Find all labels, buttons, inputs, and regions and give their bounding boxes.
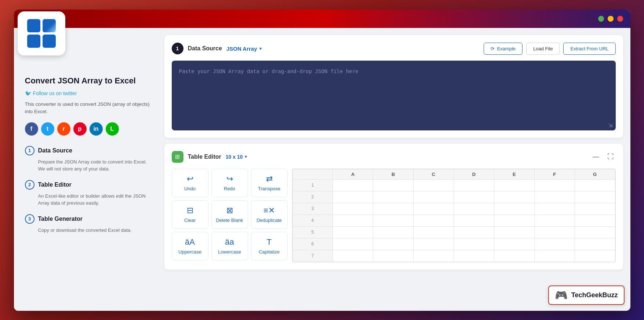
cell-B6[interactable]: [373, 238, 414, 250]
table-row: 7: [292, 250, 615, 262]
row-number-1: 1: [292, 179, 333, 191]
cell-C3[interactable]: [414, 203, 454, 215]
cell-A7[interactable]: [333, 250, 373, 262]
social-icon-reddit[interactable]: r: [57, 122, 70, 136]
cell-D6[interactable]: [454, 238, 494, 250]
cell-D7[interactable]: [454, 250, 494, 262]
cell-A2[interactable]: [333, 191, 373, 203]
cell-C6[interactable]: [414, 238, 454, 250]
cell-F6[interactable]: [534, 238, 575, 250]
uppercase-icon: äA: [185, 237, 195, 247]
redo-button[interactable]: ↪ Redo: [211, 169, 248, 197]
cell-E6[interactable]: [494, 238, 534, 250]
cell-A1[interactable]: [333, 179, 373, 191]
lowercase-button[interactable]: äa Lowercase: [211, 232, 248, 260]
sidebar: Convert JSON Array to Excel 🐦 Follow us …: [14, 28, 161, 311]
cell-E5[interactable]: [494, 226, 534, 238]
cell-C1[interactable]: [414, 179, 454, 191]
data-source-card: 1 Data Source JSON Array ▾ ⟳ Example: [164, 35, 623, 138]
social-icon-facebook[interactable]: f: [25, 122, 38, 136]
uppercase-button[interactable]: äA Uppercase: [172, 232, 208, 260]
cell-B7[interactable]: [373, 250, 414, 262]
col-header-E: E: [494, 169, 534, 179]
cell-E1[interactable]: [494, 179, 534, 191]
extract-from-url-button[interactable]: Extract From URL: [563, 43, 615, 55]
step-3-desc: Copy or download the converted Excel dat…: [25, 227, 150, 234]
cell-D3[interactable]: [454, 203, 494, 215]
json-input-area[interactable]: Paste your JSON Array data or drag-and-d…: [172, 61, 616, 130]
watermark: 🎮 TechGeekBuzz: [548, 285, 625, 305]
cell-G6[interactable]: [575, 238, 615, 250]
cell-C4[interactable]: [414, 215, 454, 226]
cell-C5[interactable]: [414, 226, 454, 238]
load-file-button[interactable]: Load File: [526, 43, 560, 55]
step-1-desc: Prepare the JSON Array code to convert i…: [25, 158, 150, 173]
delete-blank-button[interactable]: ⊠ Delete Blank: [211, 200, 248, 229]
cell-E3[interactable]: [494, 203, 534, 215]
cell-G4[interactable]: [575, 215, 615, 226]
red-light[interactable]: [617, 16, 623, 22]
yellow-light[interactable]: [608, 16, 614, 22]
cell-F4[interactable]: [534, 215, 575, 226]
cell-G2[interactable]: [575, 191, 615, 203]
main-content: 1 Data Source JSON Array ▾ ⟳ Example: [161, 28, 630, 311]
cell-F3[interactable]: [534, 203, 575, 215]
clear-button[interactable]: ⊟ Clear: [172, 200, 208, 229]
cell-E7[interactable]: [494, 250, 534, 262]
cell-D1[interactable]: [454, 179, 494, 191]
cell-F2[interactable]: [534, 191, 575, 203]
table-row: 2: [292, 191, 615, 203]
cell-B4[interactable]: [373, 215, 414, 226]
cell-G5[interactable]: [575, 226, 615, 238]
cell-C7[interactable]: [414, 250, 454, 262]
cell-F1[interactable]: [534, 179, 575, 191]
cell-D4[interactable]: [454, 215, 494, 226]
data-source-step-icon: 1: [172, 43, 183, 54]
spreadsheet-wrapper: A B C D E F G: [292, 169, 616, 262]
table-editor-body: ↩ Undo ↪ Redo ⇄ Transpose: [172, 169, 616, 262]
social-icon-twitter[interactable]: t: [41, 122, 54, 136]
redo-icon: ↪: [226, 174, 233, 184]
capitalize-button[interactable]: T Capitalize: [251, 232, 288, 260]
undo-button[interactable]: ↩ Undo: [172, 169, 208, 197]
cell-B3[interactable]: [373, 203, 414, 215]
cell-B5[interactable]: [373, 226, 414, 238]
expand-button[interactable]: ⛶: [605, 152, 616, 162]
social-icon-pinterest[interactable]: p: [73, 122, 87, 136]
spreadsheet-scroll[interactable]: A B C D E F G: [292, 169, 615, 262]
step-1-title: Data Source: [38, 147, 72, 154]
cell-G1[interactable]: [575, 179, 615, 191]
cell-A6[interactable]: [333, 238, 373, 250]
col-header-F: F: [534, 169, 575, 179]
cell-C2[interactable]: [414, 191, 454, 203]
minimize-button[interactable]: —: [591, 152, 601, 162]
row-number-6: 6: [292, 238, 333, 250]
cell-E2[interactable]: [494, 191, 534, 203]
app-logo: [18, 11, 65, 55]
cell-D2[interactable]: [454, 191, 494, 203]
cell-B1[interactable]: [373, 179, 414, 191]
cell-A3[interactable]: [333, 203, 373, 215]
table-size-dropdown[interactable]: 10 x 10 ▾: [226, 154, 247, 160]
cell-F7[interactable]: [534, 250, 575, 262]
cell-A4[interactable]: [333, 215, 373, 226]
cell-B2[interactable]: [373, 191, 414, 203]
cell-E4[interactable]: [494, 215, 534, 226]
json-array-dropdown[interactable]: JSON Array ▾: [226, 46, 262, 52]
table-editor-card: ⊞ Table Editor 10 x 10 ▾ — ⛶: [164, 144, 623, 270]
example-button[interactable]: ⟳ Example: [484, 43, 523, 55]
resize-handle[interactable]: ⇲: [608, 122, 613, 128]
action-row-1: ↩ Undo ↪ Redo ⇄ Transpose: [172, 169, 288, 197]
cell-F5[interactable]: [534, 226, 575, 238]
cell-D5[interactable]: [454, 226, 494, 238]
twitter-link[interactable]: 🐦 Follow us on twitter: [25, 90, 150, 96]
cell-G7[interactable]: [575, 250, 615, 262]
step-3-number: 3: [25, 214, 34, 224]
cell-G3[interactable]: [575, 203, 615, 215]
cell-A5[interactable]: [333, 226, 373, 238]
transpose-button[interactable]: ⇄ Transpose: [251, 169, 288, 197]
green-light[interactable]: [598, 16, 604, 22]
social-icon-linkedin[interactable]: in: [90, 122, 103, 136]
deduplicate-button[interactable]: ≡✕ Deduplicate: [251, 200, 288, 229]
social-icon-line[interactable]: L: [106, 122, 119, 136]
